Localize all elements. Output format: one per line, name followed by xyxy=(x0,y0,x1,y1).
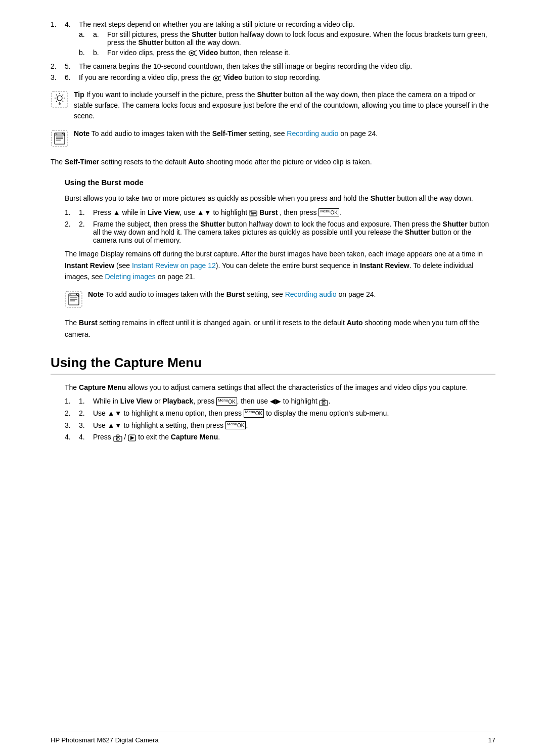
menu-ok-badge-4: MenuOK xyxy=(225,421,246,429)
note-box-2: ✎ Note To add audio to images taken with… xyxy=(65,289,495,310)
capture-step-3: 3. Use ▲▼ to highlight a setting, then p… xyxy=(65,421,495,430)
menu-ok-badge-3: MenuOK xyxy=(244,409,264,417)
svg-point-1 xyxy=(191,52,193,54)
note-2-text: Note To add audio to images taken with t… xyxy=(88,289,495,300)
playback-exit-icon xyxy=(128,433,136,441)
svg-point-6 xyxy=(215,77,217,79)
svg-line-7 xyxy=(218,76,221,77)
self-timer-para: The Self-Timer setting resets to the def… xyxy=(51,156,495,167)
step-4b: b. For video clips, press the xyxy=(79,49,495,57)
capture-menu-steps: 1. While in Live View or Playback, press… xyxy=(65,397,495,441)
step-4b-text: For video clips, press the xyxy=(107,49,290,57)
burst-steps: 1. Press ▲ while in Live View, use ▲▼ to… xyxy=(65,208,495,244)
svg-marker-53 xyxy=(130,436,134,440)
burst-step-1: 1. Press ▲ while in Live View, use ▲▼ to… xyxy=(65,208,495,217)
svg-text:✎: ✎ xyxy=(55,132,58,135)
capture-step-1: 1. While in Live View or Playback, press… xyxy=(65,397,495,406)
burst-step-2: 2. Frame the subject, then press the Shu… xyxy=(65,220,495,244)
capture-step-2: 2. Use ▲▼ to highlight a menu option, th… xyxy=(65,409,495,418)
capture-step-4-text: Press / xyxy=(93,433,220,441)
note-1-text: Note To add audio to images taken with t… xyxy=(74,128,495,139)
svg-line-19 xyxy=(56,101,57,102)
burst-step-2-text: Frame the subject, then press the Shutte… xyxy=(93,220,489,244)
step-4a: a. For still pictures, press the Shutter… xyxy=(79,30,495,47)
capture-step-4: 4. Press / xyxy=(65,433,495,442)
note-icon-2: ✎ xyxy=(65,290,83,310)
svg-point-47 xyxy=(323,403,324,404)
step-6: 6. If you are recording a video clip, pr… xyxy=(51,73,495,82)
page-footer: HP Photosmart M627 Digital Camera 17 xyxy=(51,732,495,744)
note-icon-1: ✎ xyxy=(51,129,69,149)
step-4-text: The next steps depend on whether you are… xyxy=(79,20,355,28)
capture-menu-intro: The Capture Menu allows you to adjust ca… xyxy=(65,382,495,393)
burst-step-1-text: Press ▲ while in Live View, use ▲▼ to hi… xyxy=(93,208,341,216)
deleting-images-link[interactable]: Deleting images xyxy=(105,273,155,281)
step-5-text: The camera begins the 10-second countdow… xyxy=(79,62,412,70)
capture-step-2-text: Use ▲▼ to highlight a menu option, then … xyxy=(93,409,389,417)
instant-review-link[interactable]: Instant Review on page 12 xyxy=(132,261,216,270)
capture-step-3-text: Use ▲▼ to highlight a setting, then pres… xyxy=(93,421,248,429)
recording-audio-link-1[interactable]: Recording audio xyxy=(287,129,338,138)
burst-para-2: The Burst setting remains in effect unti… xyxy=(65,317,495,340)
menu-ok-badge-1: MenuOK xyxy=(318,208,339,216)
svg-text:▤: ▤ xyxy=(250,210,252,212)
burst-mode-section: Using the Burst mode Burst allows you to… xyxy=(51,176,495,340)
tip-icon xyxy=(51,91,69,110)
svg-text:✎: ✎ xyxy=(69,293,72,296)
burst-menu-icon: ▤ xyxy=(249,209,257,217)
footer-left: HP Photosmart M627 Digital Camera xyxy=(51,736,159,744)
svg-line-18 xyxy=(63,95,64,96)
svg-line-16 xyxy=(56,95,57,96)
camera-capture-icon xyxy=(319,397,328,406)
burst-intro: Burst allows you to take two or more pic… xyxy=(65,193,495,204)
page-number: 17 xyxy=(488,736,495,744)
recording-audio-link-2[interactable]: Recording audio xyxy=(285,290,337,298)
tip-text: Tip If you want to include yourself in t… xyxy=(74,90,495,121)
video-icon xyxy=(188,49,197,57)
capture-step-1-text: While in Live View or Playback, press Me… xyxy=(93,397,330,405)
svg-point-11 xyxy=(57,96,62,101)
video-icon-2 xyxy=(212,74,221,82)
page-content: 4. The next steps depend on whether you … xyxy=(0,0,546,475)
step-6-text: If you are recording a video clip, press… xyxy=(79,73,321,81)
svg-line-8 xyxy=(218,80,221,81)
svg-line-17 xyxy=(63,101,64,102)
svg-line-42 xyxy=(76,294,79,297)
burst-para-1: The Image Display remains off during the… xyxy=(65,248,495,282)
note-box-1: ✎ Note To add audio to images taken with… xyxy=(51,128,495,149)
step-4: 4. The next steps depend on whether you … xyxy=(51,20,495,59)
svg-line-3 xyxy=(194,55,197,56)
step-4a-text: For still pictures, press the Shutter bu… xyxy=(107,30,487,47)
burst-mode-heading: Using the Burst mode xyxy=(65,176,495,189)
svg-line-2 xyxy=(194,51,197,52)
step-5: 5. The camera begins the 10-second count… xyxy=(51,62,495,70)
capture-menu-heading: Using the Capture Menu xyxy=(51,355,495,375)
capture-menu-section: The Capture Menu allows you to adjust ca… xyxy=(51,382,495,442)
menu-ok-badge-2: MenuOK xyxy=(216,397,237,406)
svg-point-51 xyxy=(117,438,118,439)
svg-line-28 xyxy=(62,133,65,136)
camera-exit-icon xyxy=(113,433,122,442)
tip-box: Tip If you want to include yourself in t… xyxy=(51,90,495,121)
